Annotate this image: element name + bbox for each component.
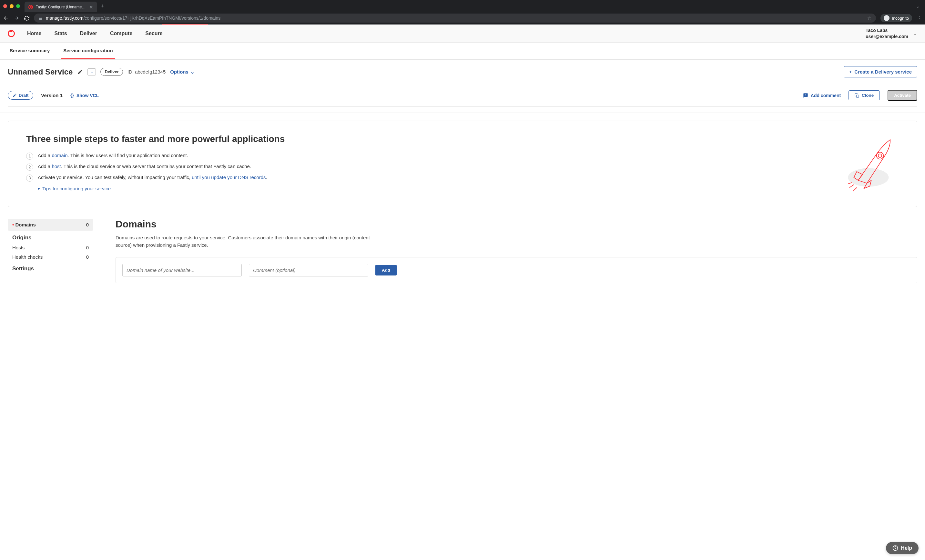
nav-deliver[interactable]: Deliver — [80, 31, 97, 36]
service-type-pill: Deliver — [100, 68, 123, 76]
tab-list-chevron-icon[interactable]: ⌄ — [916, 3, 920, 9]
forward-button[interactable] — [14, 15, 20, 21]
address-bar: manage.fastly.com/configure/services/17H… — [0, 12, 925, 24]
clone-button[interactable]: Clone — [848, 90, 880, 100]
incognito-label: Incognito — [892, 16, 909, 21]
intro-step-2: 2 Add a host. This is the cloud service … — [26, 164, 832, 171]
service-switcher-dropdown[interactable]: ⌄ — [87, 68, 96, 75]
window-minimize-button[interactable] — [10, 4, 14, 8]
incognito-badge[interactable]: Incognito — [880, 14, 912, 22]
fastly-favicon-icon — [29, 5, 33, 9]
intro-step-3: 3 Activate your service. You can test sa… — [26, 175, 832, 182]
nav-home[interactable]: Home — [27, 31, 41, 36]
dns-records-link[interactable]: until you update your DNS records — [192, 175, 266, 180]
domain-comment-input[interactable] — [249, 264, 368, 277]
browser-menu-button[interactable]: ⋮ — [917, 15, 922, 21]
fastly-logo-icon[interactable] — [8, 30, 15, 37]
add-comment-link[interactable]: Add comment — [803, 93, 841, 98]
svg-point-2 — [877, 152, 884, 160]
config-layout: Domains 0 Origins Hosts 0 Health checks … — [0, 219, 925, 303]
browser-tab[interactable]: Fastly: Configure (Unnamed Se ✕ — [24, 2, 97, 12]
host-link[interactable]: host — [52, 164, 61, 169]
account-name: Taco Labs — [866, 27, 908, 33]
step-number-icon: 3 — [26, 175, 33, 182]
options-dropdown[interactable]: Options ⌄ — [170, 69, 194, 75]
main-nav: Home Stats Deliver Compute Secure — [27, 31, 163, 36]
hosts-count: 0 — [86, 245, 89, 250]
tab-close-icon[interactable]: ✕ — [89, 5, 93, 10]
app-header: Home Stats Deliver Compute Secure Taco L… — [0, 24, 925, 42]
sidebar-heading-origins: Origins — [8, 231, 93, 243]
sidebar-item-health-checks[interactable]: Health checks 0 — [8, 252, 93, 262]
account-info: Taco Labs user@example.com — [866, 27, 908, 40]
back-button[interactable] — [3, 15, 9, 21]
url-text: manage.fastly.com/configure/services/17H… — [46, 15, 220, 21]
add-domain-button[interactable]: Add — [375, 265, 397, 275]
edit-name-button[interactable] — [77, 69, 83, 75]
service-id: ID: abcdefg12345 — [128, 69, 166, 75]
tab-service-summary[interactable]: Service summary — [8, 42, 52, 59]
service-name: Unnamed Service — [8, 68, 72, 77]
activate-button[interactable]: Activate — [887, 90, 917, 101]
browser-chrome: Fastly: Configure (Unnamed Se ✕ + ⌄ mana… — [0, 0, 925, 24]
config-sidebar: Domains 0 Origins Hosts 0 Health checks … — [8, 219, 101, 283]
version-label: Version 1 — [41, 93, 63, 98]
step-number-icon: 1 — [26, 153, 33, 160]
nav-compute[interactable]: Compute — [110, 31, 132, 36]
domain-link[interactable]: domain — [52, 153, 68, 158]
nav-stats[interactable]: Stats — [54, 31, 67, 36]
version-bar: Draft Version 1 {} Show VCL Add comment … — [0, 84, 925, 113]
svg-rect-0 — [856, 95, 859, 98]
tab-service-configuration[interactable]: Service configuration — [61, 42, 114, 59]
service-tabs: Service summary Service configuration — [0, 42, 925, 60]
incognito-icon — [884, 15, 889, 21]
load-progress-bar — [0, 24, 925, 24]
getting-started-box: Three simple steps to faster and more po… — [8, 120, 917, 207]
window-maximize-button[interactable] — [16, 4, 20, 8]
reload-button[interactable] — [24, 15, 29, 21]
svg-point-3 — [878, 154, 882, 157]
nav-secure[interactable]: Secure — [145, 31, 162, 36]
triangle-right-icon: ▸ — [38, 185, 40, 191]
sidebar-item-hosts[interactable]: Hosts 0 — [8, 243, 93, 252]
url-input[interactable]: manage.fastly.com/configure/services/17H… — [34, 14, 876, 23]
rocket-illustration-icon — [841, 134, 899, 192]
health-count: 0 — [86, 254, 89, 260]
window-controls — [3, 4, 20, 8]
lock-icon — [38, 15, 42, 21]
chevron-down-icon: ⌄ — [913, 31, 917, 36]
tab-title: Fastly: Configure (Unnamed Se — [36, 5, 87, 9]
plus-icon: + — [849, 69, 852, 75]
sidebar-heading-settings: Settings — [8, 262, 93, 274]
intro-step-1: 1 Add a domain. This is how users will f… — [26, 153, 832, 160]
chevron-down-icon: ⌄ — [190, 69, 194, 75]
tips-link[interactable]: ▸ Tips for configuring your service — [38, 185, 832, 191]
create-delivery-service-button[interactable]: + Create a Delivery service — [844, 66, 917, 77]
bookmark-star-icon[interactable]: ☆ — [867, 15, 871, 21]
braces-icon: {} — [70, 93, 74, 98]
domains-count: 0 — [86, 222, 89, 227]
new-tab-button[interactable]: + — [101, 3, 105, 10]
panel-description: Domains are used to route requests to yo… — [116, 234, 380, 249]
add-domain-form: Add — [116, 257, 917, 283]
account-email: user@example.com — [866, 33, 908, 40]
domains-panel: Domains Domains are used to route reques… — [101, 219, 917, 283]
domain-name-input[interactable] — [122, 264, 242, 277]
panel-title: Domains — [116, 219, 917, 230]
service-header: Unnamed Service ⌄ Deliver ID: abcdefg123… — [0, 60, 925, 84]
draft-badge[interactable]: Draft — [8, 91, 33, 100]
step-number-icon: 2 — [26, 164, 33, 171]
window-close-button[interactable] — [3, 4, 7, 8]
account-menu[interactable]: Taco Labs user@example.com ⌄ — [866, 27, 917, 40]
sidebar-item-domains[interactable]: Domains 0 — [8, 219, 93, 231]
browser-tab-bar: Fastly: Configure (Unnamed Se ✕ + ⌄ — [0, 0, 925, 12]
intro-title: Three simple steps to faster and more po… — [26, 134, 832, 144]
show-vcl-link[interactable]: {} Show VCL — [70, 93, 99, 98]
intro-steps: 1 Add a domain. This is how users will f… — [26, 153, 832, 182]
